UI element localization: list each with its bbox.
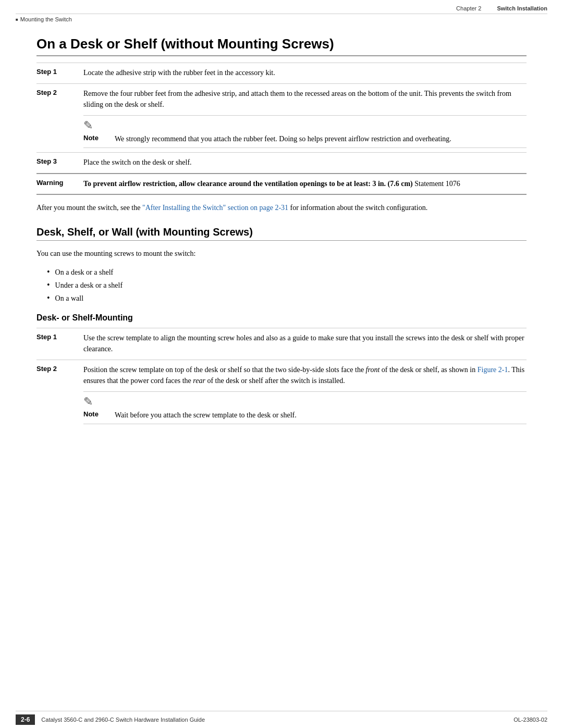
step-3-row: Step 3 Place the switch on the desk or s… (36, 152, 527, 168)
page-footer: 2-6 Catalyst 3560-C and 2960-C Switch Ha… (0, 711, 563, 728)
bullet-item-2: Under a desk or a shelf (47, 280, 527, 291)
step-2-content: Remove the four rubber feet from the adh… (83, 88, 527, 110)
chapter-label: Chapter 2 (456, 5, 481, 11)
bullet-item-3: On a wall (47, 293, 527, 304)
after-text-after-link: for information about the switch configu… (288, 204, 427, 212)
breadcrumb: Mounting the Switch (0, 14, 563, 26)
footer-content: 2-6 Catalyst 3560-C and 2960-C Switch Ha… (0, 711, 563, 728)
sub-step-2-text-before: Position the screw template on top of th… (83, 366, 366, 374)
section2-bullets: On a desk or a shelf Under a desk or a s… (47, 267, 527, 304)
subsection-steps: Step 1 Use the screw template to align t… (36, 328, 527, 424)
sub-step-1-row: Step 1 Use the screw template to align t… (36, 328, 527, 354)
step-2-row: Step 2 Remove the four rubber feet from … (36, 83, 527, 110)
note-block-2: ✎ Note Wait before you attach the screw … (83, 391, 527, 424)
sub-step-1-label: Step 1 (36, 332, 83, 341)
step-1-content: Locate the adhesive strip with the rubbe… (83, 67, 527, 78)
sub-step-2-label: Step 2 (36, 364, 83, 373)
bullet-item-1: On a desk or a shelf (47, 267, 527, 278)
sub-step-1-content: Use the screw template to align the moun… (83, 332, 527, 354)
section2-intro: You can use the mounting screws to mount… (36, 248, 527, 260)
note-row-1: Note We strongly recommend that you atta… (83, 133, 527, 144)
sub-step-2-row: Step 2 Position the screw template on to… (36, 360, 527, 386)
note-label-2: Note (83, 410, 115, 418)
after-section1-paragraph: After you mount the switch, see the "Aft… (36, 202, 527, 214)
sub-step-2-text-mid1: of the desk or shelf, as shown in (380, 366, 477, 374)
warning-content-1: To prevent airflow restriction, allow cl… (83, 178, 527, 190)
note-content-1: We strongly recommend that you attach th… (115, 133, 527, 144)
page-number: 2-6 (16, 714, 35, 725)
section1-steps: Step 1 Locate the adhesive strip with th… (36, 63, 527, 168)
warning-bold-text: To prevent airflow restriction, allow cl… (83, 180, 413, 188)
breadcrumb-text: Mounting the Switch (20, 16, 72, 22)
footer-doc-ref: OL-23803-02 (513, 717, 547, 723)
section2-title: Desk, Shelf, or Wall (with Mounting Scre… (36, 226, 527, 241)
note-block-1: ✎ Note We strongly recommend that you at… (83, 115, 527, 148)
after-text-before-link: After you mount the switch, see the (36, 204, 142, 212)
subsection-title: Desk- or Shelf-Mounting (36, 313, 527, 323)
step-2-label: Step 2 (36, 88, 83, 96)
warning-normal-text: Statement 1076 (413, 180, 460, 188)
pencil-icon-1: ✎ (83, 119, 527, 132)
step-1-row: Step 1 Locate the adhesive strip with th… (36, 63, 527, 78)
section1-title: On a Desk or Shelf (without Mounting Scr… (36, 36, 527, 56)
sub-step-2-text-after: of the desk or shelf after the switch is… (205, 377, 345, 385)
step-3-label: Step 3 (36, 157, 83, 165)
step-1-label: Step 1 (36, 67, 83, 76)
warning-block-1: Warning To prevent airflow restriction, … (36, 173, 527, 195)
after-section1-link[interactable]: "After Installing the Switch" section on… (142, 204, 288, 212)
sub-step-2-italic2: rear (193, 377, 205, 385)
sub-step-2-content: Position the screw template on top of th… (83, 364, 527, 386)
warning-label-1: Warning (36, 178, 83, 187)
main-content: On a Desk or Shelf (without Mounting Scr… (0, 36, 563, 424)
sub-step-2-italic1: front (366, 366, 380, 374)
sub-step-2-link[interactable]: Figure 2-1 (478, 366, 508, 374)
note-row-2: Note Wait before you attach the screw te… (83, 410, 527, 421)
footer-doc-title: Catalyst 3560-C and 2960-C Switch Hardwa… (41, 717, 205, 723)
page-header: Chapter 2 Switch Installation (0, 0, 563, 14)
note-label-1: Note (83, 133, 115, 142)
warning-row-1: Warning To prevent airflow restriction, … (36, 178, 527, 190)
chapter-title: Switch Installation (497, 5, 547, 11)
note-content-2: Wait before you attach the screw templat… (115, 410, 527, 421)
pencil-icon-2: ✎ (83, 395, 527, 409)
step-3-content: Place the switch on the desk or shelf. (83, 157, 527, 168)
